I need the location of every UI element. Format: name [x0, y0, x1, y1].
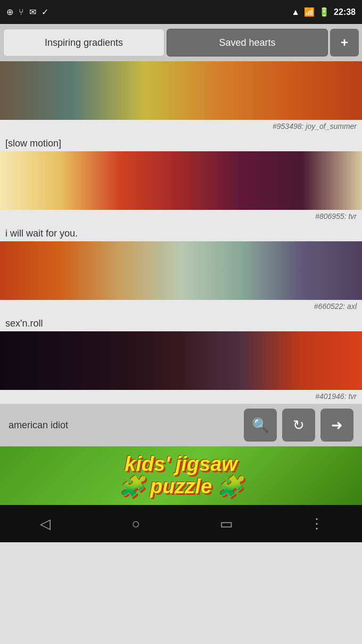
gradient-bar-1[interactable]: [0, 61, 362, 120]
gradient-item-1[interactable]: #953498: joy_of_summer: [0, 61, 362, 134]
home-icon: ○: [131, 516, 140, 532]
gradient-item-2[interactable]: [slow motion] #806955: tvr: [0, 134, 362, 224]
gradient-title-3: i will wait for you.: [0, 224, 362, 241]
tab-saved[interactable]: Saved hearts: [167, 29, 328, 56]
bottom-toolbar: american idiot 🔍 ↻ ➜: [0, 404, 362, 446]
signal-icon: 📶: [304, 7, 315, 17]
status-icons-left: ⊕ ⑂ ✉ ✓: [6, 7, 48, 17]
tab-inspiring[interactable]: Inspiring gradients: [3, 29, 164, 56]
ad-text: kids' jigsaw 🧩 puzzle 🧩: [119, 453, 242, 498]
gmail-icon: ✉: [29, 7, 36, 17]
recent-apps-button[interactable]: ▭: [213, 510, 240, 537]
gradient-bar-4[interactable]: [0, 331, 362, 390]
gradient-bar-2[interactable]: [0, 151, 362, 210]
gradient-label-3: #660522: axl: [0, 300, 362, 314]
content-area: #953498: joy_of_summer [slow motion] #80…: [0, 61, 362, 404]
share-button[interactable]: ➜: [320, 409, 353, 442]
toolbar-buttons: 🔍 ↻ ➜: [244, 409, 353, 442]
gradient-item-4[interactable]: sex'n.roll #401946: tvr: [0, 314, 362, 404]
ad-line1: kids' jigsaw: [125, 453, 237, 475]
search-icon: 🔍: [252, 417, 269, 434]
gradient-item-3[interactable]: i will wait for you. #660522: axl: [0, 224, 362, 314]
gradient-bar-3[interactable]: [0, 241, 362, 300]
ad-banner[interactable]: kids' jigsaw 🧩 puzzle 🧩: [0, 446, 362, 505]
refresh-button[interactable]: ↻: [282, 409, 315, 442]
gradient-label-2: #806955: tvr: [0, 210, 362, 224]
refresh-icon: ↻: [293, 417, 305, 434]
menu-button[interactable]: ⋮: [303, 510, 330, 537]
tasks-icon: ✓: [42, 7, 48, 17]
usb-icon: ⑂: [19, 7, 24, 17]
arrow-right-icon: ➜: [331, 417, 343, 434]
back-icon: ◁: [40, 516, 51, 532]
add-button[interactable]: +: [330, 29, 359, 56]
battery-icon: 🔋: [319, 7, 330, 17]
recent-icon: ▭: [220, 516, 233, 532]
gradient-title-4: sex'n.roll: [0, 314, 362, 331]
current-gradient-title: american idiot: [9, 420, 68, 431]
gradient-label-1: #953498: joy_of_summer: [0, 120, 362, 134]
gradient-label-4: #401946: tvr: [0, 390, 362, 404]
ad-line2: 🧩 puzzle 🧩: [119, 475, 242, 498]
status-right: ▲ 📶 🔋 22:38: [291, 7, 356, 17]
gradient-title-2: [slow motion]: [0, 134, 362, 151]
menu-icon: ⋮: [310, 516, 324, 532]
clock: 22:38: [334, 7, 356, 17]
wifi-icon: ▲: [291, 7, 300, 17]
back-button[interactable]: ◁: [32, 510, 59, 537]
android-icon: ⊕: [6, 7, 13, 17]
search-button[interactable]: 🔍: [244, 409, 277, 442]
home-button[interactable]: ○: [122, 510, 149, 537]
status-bar: ⊕ ⑂ ✉ ✓ ▲ 📶 🔋 22:38: [0, 0, 362, 24]
tab-bar: Inspiring gradients Saved hearts +: [0, 24, 362, 61]
nav-bar: ◁ ○ ▭ ⋮: [0, 505, 362, 542]
